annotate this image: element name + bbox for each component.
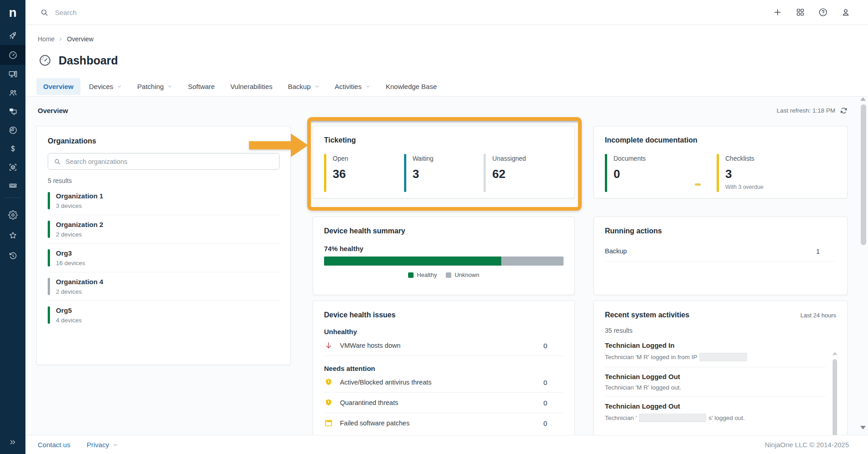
stat-color-bar	[484, 154, 486, 192]
footer-links: Contact us Privacy	[25, 441, 118, 449]
sidebar-item-reporting[interactable]	[0, 121, 25, 139]
breadcrumb-home-link[interactable]: Home	[38, 35, 55, 43]
org-list-item[interactable]: Org316 devices	[48, 244, 279, 272]
sidebar-item-ticketing[interactable]	[0, 177, 25, 195]
legend-label: Healthy	[417, 271, 437, 278]
tab-devices[interactable]: Devices	[82, 78, 129, 95]
sidebar-divider	[4, 197, 22, 198]
down-arrow-red-icon	[324, 341, 333, 350]
org-device-count: 2 devices	[56, 288, 103, 295]
recent-activities-header: Recent system activities Last 24 hours	[605, 311, 836, 319]
tab-label: Software	[188, 83, 215, 90]
scrollbar-thumb[interactable]	[833, 359, 837, 439]
ticketing-stat-open[interactable]: Open36	[324, 154, 404, 192]
org-list-item[interactable]: Organization 22 devices	[48, 215, 279, 244]
organizations-card-title: Organizations	[48, 137, 279, 145]
sidebar-item-recent[interactable]	[0, 247, 25, 265]
sidebar-item-administration[interactable]	[0, 206, 25, 224]
help-button[interactable]	[818, 7, 828, 17]
topbar-actions	[773, 7, 868, 17]
ninjaone-logo[interactable]: n	[0, 0, 25, 25]
issue-label: Quarantined threats	[340, 399, 537, 406]
running-action-value: 1	[816, 247, 820, 255]
activities-scrollbar	[833, 352, 837, 439]
sidebar-item-remote-tools[interactable]	[0, 102, 25, 121]
issue-row-vmware-hosts-down[interactable]: VMWare hosts down 0	[324, 336, 564, 356]
scroll-up-arrow[interactable]	[833, 352, 837, 355]
stat-color-bar	[404, 154, 406, 192]
refresh-icon[interactable]	[840, 107, 848, 114]
breadcrumb: Home Overview	[38, 35, 94, 43]
tab-activities[interactable]: Activities	[328, 78, 377, 95]
ticketing-card-title: Ticketing	[324, 136, 564, 144]
activity-item[interactable]: Technician Logged Out Technician 's' log…	[605, 397, 826, 428]
sidebar-item-favorites[interactable]	[0, 226, 25, 245]
sidebar-item-getting-started[interactable]	[0, 26, 25, 45]
double-chevron-right-icon	[9, 438, 17, 446]
issue-row-antivirus-threats[interactable]: Active/Blocked antivirus threats 0	[324, 372, 564, 393]
sidebar-item-billing[interactable]	[0, 139, 25, 158]
health-progress-bar	[324, 257, 564, 266]
running-action-label: Backup	[605, 247, 627, 255]
running-action-row[interactable]: Backup 1	[605, 247, 836, 262]
documentation-stat-checklists[interactable]: Checklists3With 3 overdue	[717, 154, 828, 192]
org-list-item[interactable]: Organization 13 devices	[48, 187, 279, 215]
privacy-link[interactable]: Privacy	[87, 441, 118, 449]
page-scroll-down-arrow[interactable]	[860, 426, 866, 429]
activity-description-text: Technician 'M R' logged in from IP	[605, 354, 697, 360]
tab-label: Overview	[43, 83, 74, 90]
tab-label: Vulnerabilities	[230, 83, 273, 90]
issue-label: Active/Blocked antivirus threats	[340, 379, 537, 386]
activity-item[interactable]: Technician Logged In Technician 'M R' lo…	[605, 336, 826, 367]
chevron-down-icon	[117, 84, 122, 89]
tab-label: Devices	[89, 83, 113, 90]
page-scroll-up-arrow[interactable]	[860, 97, 866, 101]
contact-us-link[interactable]: Contact us	[38, 441, 70, 449]
privacy-link-label: Privacy	[87, 441, 109, 449]
org-name: Organization 2	[56, 221, 103, 228]
chevron-down-icon	[314, 84, 319, 89]
org-status-bar	[48, 221, 50, 238]
sidebar-item-dashboard[interactable]	[0, 45, 25, 65]
tab-vulnerabilities[interactable]: Vulnerabilities	[224, 78, 279, 95]
issue-row-quarantined-threats[interactable]: Quarantined threats 0	[324, 393, 564, 413]
apps-menu-button[interactable]	[795, 7, 805, 17]
tab-patching[interactable]: Patching	[130, 78, 179, 95]
last-refresh-group: Last refresh: 1:18 PM	[777, 107, 848, 114]
org-name: Organization 4	[56, 278, 103, 286]
activity-description-text: Technician '	[605, 415, 637, 421]
add-button[interactable]	[773, 7, 783, 17]
device-health-summary-card: Device health summary 74% healthy Health…	[313, 217, 575, 295]
ticketing-stat-unassigned[interactable]: Unassigned62	[484, 154, 564, 192]
page-scrollbar-thumb[interactable]	[861, 104, 866, 245]
activity-item[interactable]: Technician Logged Out Technician 'M R' l…	[605, 367, 826, 397]
org-list-item[interactable]: Organization 42 devices	[48, 272, 279, 301]
global-search-input[interactable]	[55, 9, 328, 16]
stat-label: Open	[333, 155, 348, 162]
org-list-item[interactable]: Org54 devices	[48, 301, 279, 329]
stat-label: Unassigned	[492, 155, 526, 162]
redacted-text	[639, 414, 706, 422]
gear-icon	[8, 210, 18, 220]
activity-description: Technician 'M R' logged in from IP	[605, 353, 826, 361]
sidebar-item-devices[interactable]	[0, 65, 25, 84]
sidebar-expand-button[interactable]	[0, 434, 25, 450]
documentation-stat-documents[interactable]: Documents0	[605, 154, 717, 192]
search-icon	[40, 8, 49, 17]
issue-row-failed-patches[interactable]: Failed software patches 0	[324, 413, 564, 433]
chevron-right-icon	[58, 37, 63, 42]
ticketing-stat-waiting[interactable]: Waiting3	[404, 154, 484, 192]
sidebar-item-end-users[interactable]	[0, 84, 25, 102]
sidebar-item-software-inventory[interactable]	[0, 158, 25, 177]
tab-knowledge-base[interactable]: Knowledge Base	[379, 78, 444, 95]
tab-software[interactable]: Software	[181, 78, 221, 95]
tab-label: Patching	[137, 83, 164, 90]
tab-backup[interactable]: Backup	[281, 78, 326, 95]
issue-label: VMWare hosts down	[340, 342, 537, 349]
pie-chart-icon	[8, 125, 18, 135]
health-legend: Healthy Unknown	[324, 271, 564, 278]
user-profile-button[interactable]	[841, 7, 851, 17]
issue-value: 0	[544, 379, 547, 386]
organizations-search-input[interactable]	[65, 158, 274, 165]
tab-overview[interactable]: Overview	[36, 78, 80, 95]
